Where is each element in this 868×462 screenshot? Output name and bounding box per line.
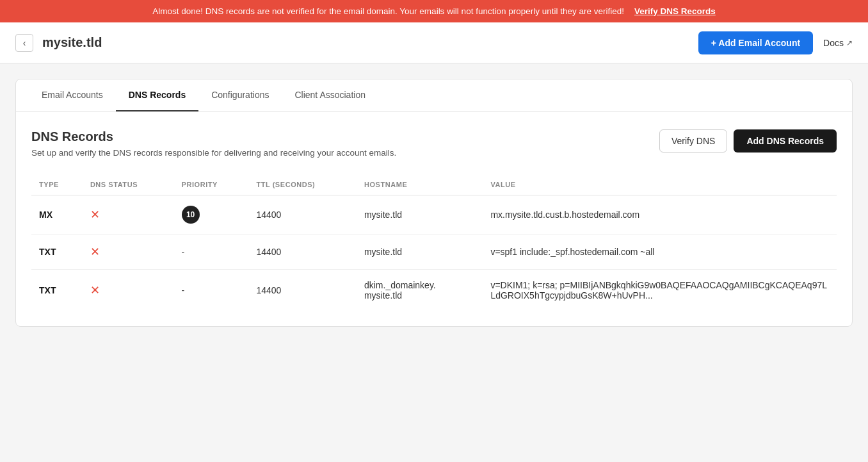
add-email-button[interactable]: + Add Email Account	[698, 31, 813, 54]
cell-priority: -	[174, 270, 249, 311]
tab-dns-records[interactable]: DNS Records	[116, 79, 198, 111]
section-header: DNS Records Set up and verify the DNS re…	[31, 129, 837, 158]
table-header-row: TYPE DNS STATUS PRIORITY TTL (SECONDS) H…	[31, 176, 837, 195]
cell-type: TXT	[31, 270, 83, 311]
error-icon: ✕	[90, 245, 100, 258]
col-value: VALUE	[483, 176, 837, 195]
cell-dns-status: ✕	[83, 270, 174, 311]
warning-bar: Almost done! DNS records are not verifie…	[0, 0, 868, 22]
cell-ttl: 14400	[248, 195, 357, 235]
tab-email-accounts[interactable]: Email Accounts	[29, 79, 116, 111]
col-type: TYPE	[31, 176, 83, 195]
docs-link[interactable]: Docs ↗	[823, 38, 853, 48]
docs-label: Docs	[823, 38, 844, 48]
cell-priority: -	[174, 235, 249, 270]
section-actions: Verify DNS Add DNS Records	[659, 129, 837, 153]
table-row: MX✕1014400mysite.tldmx.mysite.tld.cust.b…	[31, 195, 837, 235]
cell-type: MX	[31, 195, 83, 235]
error-icon: ✕	[90, 208, 100, 221]
header: ‹ mysite.tld + Add Email Account Docs ↗	[0, 22, 868, 63]
col-priority: PRIORITY	[174, 176, 249, 195]
cell-value: mx.mysite.tld.cust.b.hostedemail.com	[483, 195, 837, 235]
cell-type: TXT	[31, 235, 83, 270]
section-title: DNS Records	[31, 129, 396, 144]
add-dns-button[interactable]: Add DNS Records	[734, 129, 837, 153]
cell-dns-status: ✕	[83, 235, 174, 270]
tab-configurations[interactable]: Configurations	[198, 79, 282, 111]
table-row: TXT✕-14400dkim._domainkey.mysite.tldv=DK…	[31, 270, 837, 311]
cell-hostname: mysite.tld	[357, 235, 483, 270]
section-subtitle: Set up and verify the DNS records respon…	[31, 148, 396, 158]
tabs-container: Email Accounts DNS Records Configuration…	[16, 79, 852, 111]
priority-badge: 10	[182, 206, 200, 224]
table-row: TXT✕-14400mysite.tldv=spf1 include:_spf.…	[31, 235, 837, 270]
back-button[interactable]: ‹	[15, 34, 33, 52]
cell-hostname: mysite.tld	[357, 195, 483, 235]
col-hostname: HOSTNAME	[357, 176, 483, 195]
cell-dns-status: ✕	[83, 195, 174, 235]
dns-section: DNS Records Set up and verify the DNS re…	[16, 111, 852, 326]
tab-client-association[interactable]: Client Association	[282, 79, 378, 111]
col-dns-status: DNS STATUS	[83, 176, 174, 195]
cell-ttl: 14400	[248, 235, 357, 270]
warning-text: Almost done! DNS records are not verifie…	[152, 6, 624, 16]
table-body: MX✕1014400mysite.tldmx.mysite.tld.cust.b…	[31, 195, 837, 311]
cell-hostname: dkim._domainkey.mysite.tld	[357, 270, 483, 311]
error-icon: ✕	[90, 284, 100, 297]
main-content: Email Accounts DNS Records Configuration…	[0, 63, 868, 342]
domain-title: mysite.tld	[42, 35, 698, 50]
table-header: TYPE DNS STATUS PRIORITY TTL (SECONDS) H…	[31, 176, 837, 195]
cell-value: v=spf1 include:_spf.hostedemail.com ~all	[483, 235, 837, 270]
back-icon: ‹	[23, 38, 26, 48]
cell-ttl: 14400	[248, 270, 357, 311]
verify-dns-link[interactable]: Verify DNS Records	[634, 6, 716, 16]
external-link-icon: ↗	[846, 38, 853, 47]
col-ttl: TTL (SECONDS)	[248, 176, 357, 195]
cell-priority: 10	[174, 195, 249, 235]
main-card: Email Accounts DNS Records Configuration…	[15, 79, 853, 327]
verify-dns-button[interactable]: Verify DNS	[659, 129, 727, 153]
section-heading-group: DNS Records Set up and verify the DNS re…	[31, 129, 396, 158]
dns-table: TYPE DNS STATUS PRIORITY TTL (SECONDS) H…	[31, 176, 837, 311]
cell-value: v=DKIM1; k=rsa; p=MIIBIjANBgkqhkiG9w0BAQ…	[483, 270, 837, 311]
